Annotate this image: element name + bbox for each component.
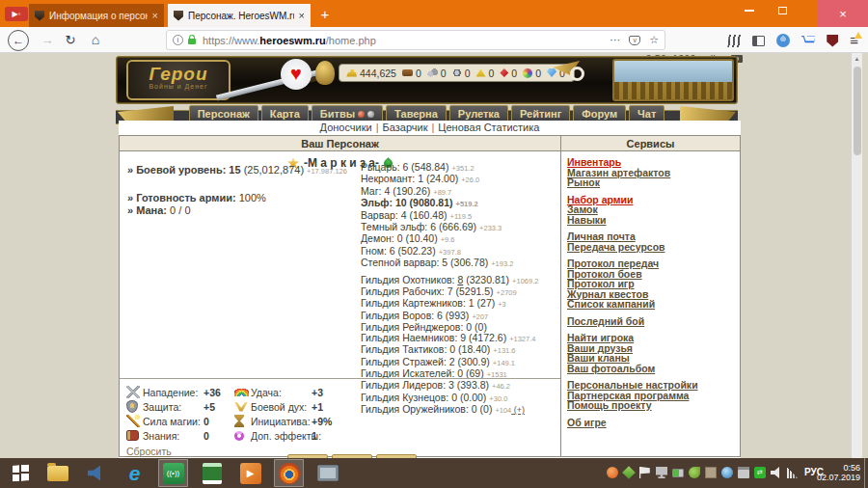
taskbar-media-player[interactable]: ▶ [235, 459, 265, 487]
bonus-value: +89.7 [433, 188, 451, 197]
resource-amount: 0 [441, 68, 447, 79]
service-link-3-2[interactable]: Передача ресурсов [567, 242, 740, 253]
calculator-icon [203, 463, 222, 484]
action-center-flag-icon[interactable] [639, 467, 651, 478]
windows-taskbar: e ((•)) ▶ ⇄ РУС 0:56 02.07.2019 [0, 458, 868, 488]
page-actions-icon[interactable]: ⋯ [610, 34, 620, 46]
bonus-value: +2709 [497, 288, 517, 297]
start-button[interactable] [0, 458, 41, 488]
pocket-icon[interactable]: v [629, 36, 640, 45]
tab-close-icon[interactable]: × [299, 10, 305, 21]
window-minimize-button[interactable] [733, 0, 766, 21]
subnav-link-2[interactable]: Базарчик [383, 122, 428, 133]
taskbar-firefox[interactable] [274, 459, 304, 487]
windows-logo-icon [13, 464, 29, 481]
health-heart-icon[interactable]: ♥ [281, 59, 312, 90]
avast-tray-icon[interactable] [607, 467, 618, 478]
stat-value: +9% [312, 416, 332, 427]
bonus-value: +104 [495, 406, 511, 415]
site-info-icon[interactable] [173, 35, 183, 45]
adblock-shield-icon[interactable] [827, 35, 838, 47]
rainbow-icon [234, 389, 249, 396]
window-close-button[interactable]: × [818, 0, 868, 27]
bonus-value: +9.6 [441, 235, 455, 244]
service-group-8: Об игре [567, 418, 740, 428]
service-link-2-3[interactable]: Навыки [567, 215, 740, 226]
tab-close-icon[interactable]: × [152, 10, 158, 21]
green-gem-tray-icon[interactable] [622, 466, 636, 479]
service-link-1-1[interactable]: Инвентарь [567, 157, 740, 168]
media-playing-badge[interactable]: ▶◦ [5, 7, 28, 21]
taskbar-remote-desktop[interactable] [312, 459, 342, 487]
window-restore-button[interactable] [766, 0, 799, 21]
service-link-1-3[interactable]: Рынок [567, 177, 740, 188]
secure-lock-icon [188, 39, 196, 44]
wand-icon [126, 415, 140, 427]
forward-button[interactable]: → [37, 30, 58, 51]
hamburger-menu-icon[interactable]: ≡ [850, 31, 858, 50]
bookmark-star-icon[interactable]: ☆ [649, 34, 659, 46]
show-desktop-button[interactable] [864, 458, 868, 488]
reset-stats-link[interactable]: Сбросить [126, 446, 172, 457]
battery-icon[interactable] [672, 469, 684, 477]
battle-smiley-icon [367, 111, 374, 118]
service-link-5-1[interactable]: Последний бой [567, 316, 740, 327]
display-tray-icon[interactable] [656, 467, 667, 478]
service-link-8-1[interactable]: Об игре [567, 418, 740, 428]
swords-icon [126, 386, 140, 398]
service-link-6-1[interactable]: Найти игрока [567, 333, 740, 343]
url-domain: heroeswm.ru [259, 35, 325, 46]
sidebar-toggle-icon[interactable] [752, 36, 765, 46]
separator: | [431, 122, 434, 133]
subnav-link-1[interactable]: Доносчики [320, 122, 372, 133]
sub-navigation: Доносчики|Базарчик|Ценовая Статистика [119, 121, 741, 135]
services-panel-title: Сервисы [561, 136, 740, 151]
book-icon [126, 430, 139, 441]
taskbar-file-explorer[interactable] [42, 459, 72, 487]
service-link-3-1[interactable]: Личная почта [567, 231, 740, 242]
service-link-2-2[interactable]: Замок [567, 204, 740, 215]
taskbar-volume-app[interactable] [81, 459, 111, 487]
web-page: 0:56, 1969 online Герои Войны и Денег ♥ … [0, 53, 868, 458]
taskbar-calculator[interactable] [197, 459, 227, 487]
service-link-4-5[interactable]: Список кампаний [567, 299, 740, 310]
back-button[interactable]: ← [8, 30, 29, 51]
scrollbar-thumb[interactable] [854, 67, 861, 155]
shopping-cart-icon[interactable] [801, 36, 815, 46]
reload-button[interactable]: ↻ [60, 30, 81, 51]
window-tray-icon[interactable] [738, 467, 749, 478]
expand-plus-link[interactable]: (+) [511, 405, 525, 415]
taskbar-network-app[interactable]: ((•)) [158, 459, 188, 487]
taskbar-clock[interactable]: 0:56 02.07.2019 [817, 463, 860, 482]
subnav-link-3[interactable]: Ценовая Статистика [438, 122, 539, 133]
browser-tab-inactive[interactable]: Информация о персонаже. × [29, 4, 164, 27]
service-link-4-1[interactable]: Протокол передач [567, 258, 740, 269]
page-scrollbar[interactable]: ▲ [851, 53, 862, 458]
service-link-6-4[interactable]: Ваш фотоальбом [567, 364, 740, 374]
service-link-6-3[interactable]: Ваши кланы [567, 353, 740, 364]
gems-icon [523, 68, 532, 78]
service-link-7-1[interactable]: Персональные настройки [567, 380, 740, 391]
service-link-4-3[interactable]: Протокол игр [567, 279, 740, 289]
sharing-tray-icon[interactable]: ⇄ [754, 467, 766, 478]
globe-tray-icon[interactable] [721, 467, 733, 478]
new-tab-button[interactable]: + [316, 6, 334, 22]
library-icon[interactable] [728, 35, 742, 47]
address-bar[interactable]: https://www.heroeswm.ru/home.php ⋯ v ☆ [166, 30, 665, 50]
service-link-7-3[interactable]: Помощь проекту [567, 400, 740, 411]
volume-icon[interactable] [771, 467, 782, 478]
combat-stat-row: Удача:+3 [234, 385, 356, 399]
helmet-icon [315, 61, 335, 85]
home-button[interactable]: ⌂ [85, 30, 106, 51]
scroll-up-icon[interactable]: ▲ [852, 53, 862, 65]
account-icon[interactable] [776, 34, 790, 47]
effects-icon [234, 431, 244, 441]
leaf-tray-icon[interactable] [689, 467, 700, 478]
taskbar-internet-explorer[interactable]: e [120, 459, 149, 487]
network-signal-icon[interactable] [787, 467, 799, 478]
hourglass-icon [234, 415, 244, 427]
browser-tab-active[interactable]: Персонаж. HeroesWM.ru Геро × [168, 4, 311, 27]
boxes-tray-icon[interactable] [705, 467, 717, 478]
service-group-5: Последний бой [567, 316, 740, 327]
combat-stat-row: Нападение:+36 [126, 385, 231, 399]
